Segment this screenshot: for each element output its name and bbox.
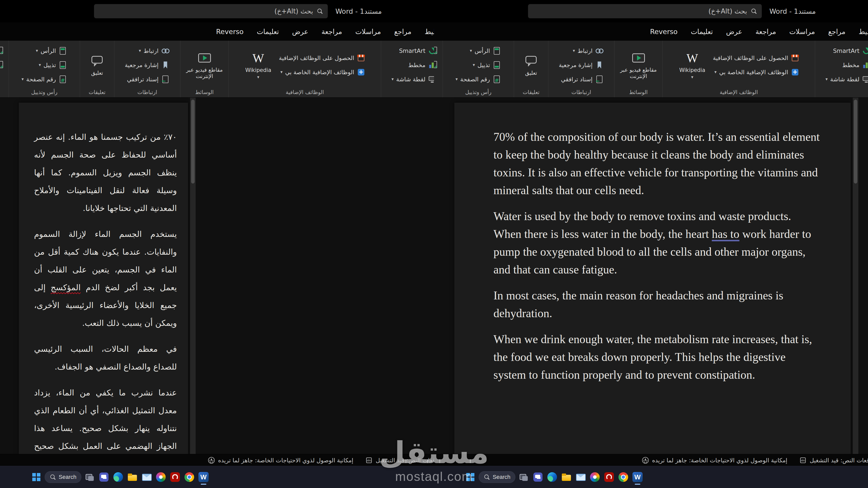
ribbon-tab[interactable]: Reverso [643, 22, 684, 41]
ribbon-button[interactable]: SmartArt [390, 44, 434, 58]
status-bar: توقعات النص: قيد التشغيل إمكانية الوصول … [0, 454, 434, 466]
chevron-down-icon [691, 75, 693, 79]
proofing-mark[interactable]: المؤكسج [51, 283, 81, 292]
scrollbar-thumb[interactable] [854, 100, 857, 184]
ribbon-button[interactable]: مخطط [824, 58, 868, 72]
ribbon-button[interactable]: لقطة شاشة [824, 72, 868, 86]
ribbon-button[interactable]: إسناد ترافقي [557, 72, 605, 86]
acrobat-icon[interactable] [603, 471, 615, 483]
edge-icon[interactable] [112, 471, 124, 483]
photos-icon[interactable] [589, 471, 601, 483]
ribbon-button[interactable]: رقم الصفحة [20, 72, 69, 86]
link-icon [161, 47, 170, 55]
windows-taskbar: Search Search [0, 466, 868, 488]
file-explorer-icon[interactable] [561, 471, 572, 483]
task-view-icon[interactable] [84, 471, 96, 483]
ribbon-tab[interactable]: مراجعة [749, 22, 783, 41]
mail-icon[interactable] [575, 471, 586, 483]
chevron-down-icon [281, 70, 283, 74]
ribbon-button[interactable]: الرأس [454, 44, 503, 58]
chrome-icon[interactable] [183, 471, 195, 483]
ribbon-button[interactable]: تذييل [454, 58, 503, 72]
word-search-box[interactable]: بحث (Alt+خ) [94, 4, 328, 18]
wikipedia-button[interactable]: Wikipedia [243, 51, 274, 79]
status-item[interactable]: توقعات النص: قيد التشغيل [799, 457, 868, 464]
ribbon-group-illustrations: SmartArt مخطط لقطة شاشة [815, 41, 868, 97]
ribbon-group-comments: تعليق تعليقات [514, 41, 548, 97]
document-page-english[interactable]: 70% of the composition of our body is wa… [454, 103, 851, 454]
ribbon-group-label: الوظائف الإضافية [231, 88, 378, 97]
text-predictions-icon [799, 457, 807, 464]
proofing-mark[interactable]: has to [712, 227, 739, 240]
ribbon-button[interactable]: الحصول على الوظائف الإضافية [711, 51, 801, 65]
ribbon-button[interactable]: ارتباط [123, 44, 171, 58]
online-video-button[interactable]: مقاطع فيديو عبر الإنترنت [183, 51, 226, 80]
cut-button-icon [434, 46, 438, 54]
file-explorer-icon[interactable] [127, 471, 138, 483]
page-number-icon [58, 75, 67, 84]
ribbon-tab[interactable]: Reverso [209, 22, 250, 41]
word-icon[interactable] [632, 471, 643, 483]
new-comment-button[interactable]: تعليق [87, 54, 107, 76]
ribbon-button[interactable]: ارتباط [557, 44, 605, 58]
ribbon-tab[interactable]: تعليمات [250, 22, 286, 41]
ribbon-button[interactable]: إشارة مرجعية [123, 58, 171, 72]
vertical-scrollbar[interactable] [853, 98, 858, 454]
taskbar-search[interactable]: Search [45, 471, 81, 483]
new-comment-button[interactable]: تعليق [521, 54, 541, 76]
wikipedia-button[interactable]: Wikipedia [677, 51, 708, 79]
online-video-button[interactable]: مقاطع فيديو عبر الإنترنت [617, 51, 660, 80]
status-item[interactable]: توقعات النص: قيد التشغيل [365, 457, 434, 464]
taskbar-search-label: Search [59, 474, 76, 480]
cut-button-icon [0, 60, 4, 69]
ribbon-tab[interactable]: مراسلات [349, 22, 388, 41]
taskbar-search[interactable]: Search [479, 471, 515, 483]
chevron-down-icon [392, 77, 394, 81]
ribbon-button[interactable]: تذييل [20, 58, 69, 72]
ribbon-tab[interactable]: عرض [285, 22, 315, 41]
ribbon-tab[interactable]: مراجع [822, 22, 852, 41]
ribbon-button[interactable]: إشارة مرجعية [557, 58, 605, 72]
ribbon-button[interactable]: الحصول على الوظائف الإضافية [277, 51, 367, 65]
ribbon-button[interactable]: الرأس [20, 44, 69, 58]
document-page-arabic[interactable]: ٧٠٪ من تركيب جسمنا هو الماء. إنه عنصر أس… [19, 103, 188, 454]
chevron-down-icon [257, 75, 259, 79]
chart-icon [428, 61, 434, 69]
vertical-scrollbar[interactable] [190, 98, 196, 454]
teams-icon[interactable] [532, 471, 544, 483]
start-icon[interactable] [464, 471, 476, 483]
ribbon-tab[interactable]: تخطيط [852, 22, 868, 41]
ribbon-tab[interactable]: مراجع [388, 22, 418, 41]
footer-icon [492, 61, 501, 69]
scrollbar-thumb[interactable] [191, 100, 195, 184]
ribbon-button[interactable]: مخطط [390, 58, 434, 72]
ribbon-button[interactable]: SmartArt [824, 44, 868, 58]
ribbon-button[interactable]: لقطة شاشة [390, 72, 434, 86]
start-icon[interactable] [30, 471, 42, 483]
accessibility-icon [642, 457, 649, 464]
status-item[interactable]: إمكانية الوصول لذوي الاحتياجات الخاصة: ج… [208, 457, 353, 464]
word-icon[interactable] [198, 471, 209, 483]
ribbon-tab[interactable]: تخطيط [418, 22, 434, 41]
acrobat-icon[interactable] [169, 471, 181, 483]
ribbon-button[interactable]: الوظائف الإضافية الخاصة بي [711, 65, 801, 79]
mail-icon[interactable] [141, 471, 152, 483]
ribbon-tab[interactable]: تعليمات [684, 22, 720, 41]
edge-icon[interactable] [546, 471, 558, 483]
window-title: مستند1 - Word [335, 0, 382, 22]
task-view-icon[interactable] [518, 471, 530, 483]
word-search-box[interactable]: بحث (Alt+خ) [528, 4, 762, 18]
photos-icon[interactable] [155, 471, 167, 483]
chrome-icon[interactable] [617, 471, 629, 483]
ribbon-tab[interactable]: مراسلات [783, 22, 822, 41]
ribbon-tab[interactable]: عرض [719, 22, 749, 41]
ribbon-button[interactable]: رقم الصفحة [454, 72, 503, 86]
ribbon-button[interactable]: إسناد ترافقي [123, 72, 171, 86]
status-item[interactable]: إمكانية الوصول لذوي الاحتياجات الخاصة: ج… [642, 457, 787, 464]
teams-icon[interactable] [98, 471, 110, 483]
ribbon-tab[interactable]: مراجعة [315, 22, 349, 41]
ribbon-button[interactable]: الوظائف الإضافية الخاصة بي [277, 65, 367, 79]
store-icon [357, 54, 365, 62]
smartart-icon [428, 47, 434, 55]
chevron-down-icon [573, 49, 575, 53]
